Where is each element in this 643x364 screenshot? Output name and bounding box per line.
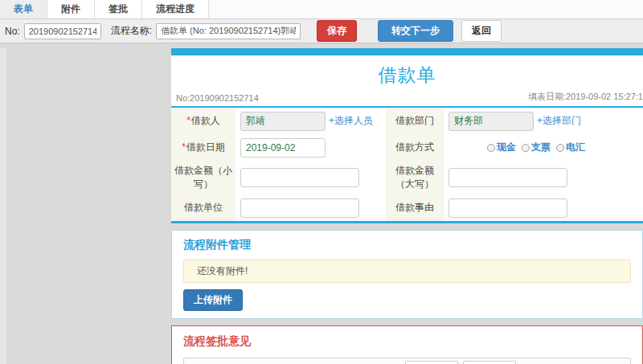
amount-lower-label: 借款金额（小写） [171, 161, 235, 194]
required-asterisk: * [182, 141, 186, 153]
loan-date-label: *借款日期 [171, 134, 235, 161]
radio-circle-icon [556, 144, 564, 152]
rich-text-editor: B I abc [183, 358, 631, 364]
select-person-link[interactable]: +选择人员 [329, 114, 373, 128]
department-field[interactable] [448, 112, 534, 131]
no-label: No: [5, 26, 20, 37]
loan-date-input[interactable] [240, 138, 326, 157]
form-row-amounts: 借款金额（小写） 借款金额（大写） [171, 161, 643, 194]
editor-toolbar: B I abc [184, 358, 630, 364]
form-row-unit-reason: 借款单位 借款事由 [171, 194, 643, 221]
amount-upper-input[interactable] [448, 168, 567, 187]
loan-form-card: 借款单 No:20190902152714 填表日期:2019-09-02 15… [171, 48, 643, 223]
main-area: 借款单 No:20190902152714 填表日期:2019-09-02 15… [0, 48, 643, 364]
save-button[interactable]: 保存 [317, 20, 357, 42]
page-title: 借款单 [171, 55, 643, 89]
form-bottom-accent-bar [171, 221, 643, 223]
left-gutter [0, 48, 6, 364]
borrower-label: *借款人 [171, 108, 235, 134]
loan-method-label: 借款方式 [386, 134, 444, 161]
back-button[interactable]: 返回 [461, 20, 502, 42]
approval-section-title: 流程签批意见 [183, 334, 631, 349]
no-attachment-notice: 还没有附件! [183, 260, 631, 283]
process-name-label: 流程名称: [111, 24, 152, 38]
loan-unit-input[interactable] [240, 198, 359, 218]
process-name-input[interactable] [156, 23, 301, 39]
borrower-field[interactable] [240, 112, 326, 131]
amount-upper-label: 借款金额（大写） [386, 161, 444, 194]
radio-cheque[interactable]: 支票 [522, 141, 551, 154]
upload-attachment-button[interactable]: 上传附件 [183, 289, 243, 311]
form-top-accent-bar [171, 48, 643, 55]
tab-process-progress[interactable]: 流程进度 [142, 0, 209, 18]
select-department-link[interactable]: +选择部门 [537, 114, 581, 128]
form-row-borrower: *借款人 +选择人员 借款部门 +选择部门 [171, 108, 643, 134]
form-row-date-method: *借款日期 借款方式 现金 支票 [171, 134, 643, 161]
tab-form[interactable]: 表单 [0, 0, 47, 18]
required-asterisk: * [186, 115, 190, 126]
loan-unit-label: 借款单位 [171, 194, 235, 221]
loan-method-radio-group: 现金 支票 电汇 [487, 141, 585, 154]
loan-reason-label: 借款事由 [386, 194, 444, 221]
radio-wire-transfer[interactable]: 电汇 [556, 141, 585, 154]
approval-section: 流程签批意见 B I abc [171, 325, 643, 364]
no-input[interactable] [24, 23, 101, 39]
radio-cash[interactable]: 现金 [487, 141, 516, 154]
department-label: 借款部门 [386, 108, 444, 134]
amount-lower-input[interactable] [240, 168, 359, 187]
form-fill-date-text: 填表日期:2019-09-02 15:27:1 [528, 91, 643, 103]
tab-attachments[interactable]: 附件 [47, 0, 95, 18]
form-number-text: No:20190902152714 [176, 93, 259, 103]
loan-reason-input[interactable] [448, 198, 567, 218]
tab-strip: 表单 附件 签批 流程进度 [0, 0, 643, 19]
attachment-section: 流程附件管理 还没有附件! 上传附件 [171, 230, 643, 319]
style-select[interactable]: 样式 [405, 361, 458, 364]
tab-approval[interactable]: 签批 [95, 0, 142, 18]
format-select[interactable]: 格式 [463, 361, 516, 364]
attachment-section-title: 流程附件管理 [183, 238, 631, 252]
action-toolbar: No: 流程名称: 保存 转交下一步 返回 [0, 19, 643, 43]
transfer-next-button[interactable]: 转交下一步 [378, 20, 453, 42]
radio-circle-icon [522, 144, 530, 152]
radio-circle-icon [487, 144, 495, 152]
